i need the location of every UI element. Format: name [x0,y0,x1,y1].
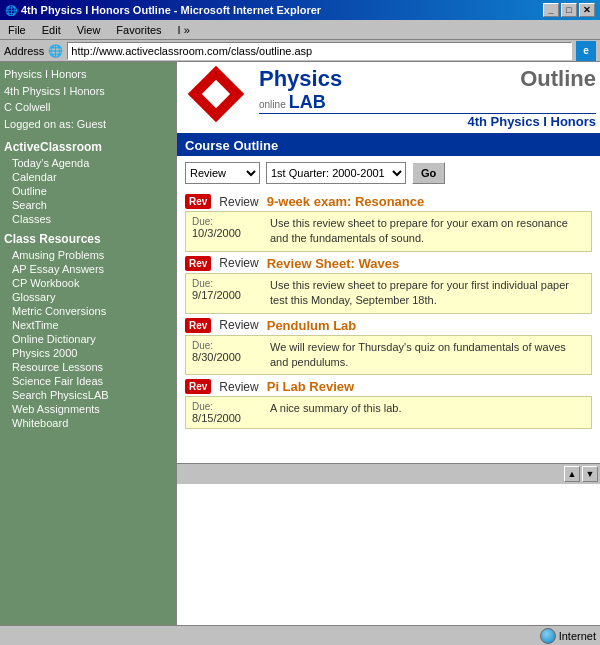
bottom-spacer [177,433,600,463]
lab-logo [181,66,251,121]
physics-lab-text: Physics online LAB [259,66,342,113]
status-bar: Internet [0,625,600,645]
sidebar-user-info: Physics I Honors 4th Physics I Honors C … [4,66,171,132]
due-label-3: Due: [192,401,262,412]
review-header-0: Rev Review 9-week exam: Resonance [185,194,592,209]
address-label: Address [4,45,44,57]
quarter-select[interactable]: 1st Quarter: 2000-20012nd Quarter: 2000-… [266,162,406,184]
sidebar: Physics I Honors 4th Physics I Honors C … [0,62,175,625]
scroll-up-button[interactable]: ▲ [564,466,580,482]
rev-badge-3: Rev [185,379,211,394]
lab-header: Physics online LAB Outline 4th Physics I… [177,62,600,135]
close-button[interactable]: ✕ [579,3,595,17]
sidebar-item-ap-essay[interactable]: AP Essay Answers [4,262,171,276]
sidebar-item-online-dictionary[interactable]: Online Dictionary [4,332,171,346]
review-type-2: Review [219,318,258,332]
scroll-buttons: ▲ ▼ [177,463,600,484]
due-section-3: Due: 8/15/2000 [192,401,262,424]
sidebar-item-search[interactable]: Search [4,198,171,212]
menu-view[interactable]: View [69,22,109,38]
review-type-1: Review [219,256,258,270]
review-header-1: Rev Review Review Sheet: Waves [185,256,592,271]
outline-label: Outline [520,66,596,92]
sidebar-item-whiteboard[interactable]: Whiteboard [4,416,171,430]
sidebar-item-nexttime[interactable]: NextTime [4,318,171,332]
review-type-0: Review [219,195,258,209]
due-date-0: 10/3/2000 [192,227,262,239]
sidebar-item-outline[interactable]: Outline [4,184,171,198]
review-title-0[interactable]: 9-week exam: Resonance [267,194,425,209]
due-label-0: Due: [192,216,262,227]
menu-file[interactable]: File [0,22,34,38]
scroll-down-button[interactable]: ▼ [582,466,598,482]
zone-label: Internet [559,630,596,642]
review-body-0: Due: 10/3/2000 Use this review sheet to … [185,211,592,252]
minimize-button[interactable]: _ [543,3,559,17]
physics-text: Physics [259,66,342,91]
menu-favorites[interactable]: Favorites [108,22,169,38]
online-text: online [259,99,286,110]
rev-badge-0: Rev [185,194,211,209]
ie-logo: e [576,41,596,61]
address-bar: Address 🌐 e [0,40,600,62]
main-container: Physics I Honors 4th Physics I Honors C … [0,62,600,625]
sidebar-item-resource-lessons[interactable]: Resource Lessons [4,360,171,374]
sidebar-item-science-fair[interactable]: Science Fair Ideas [4,374,171,388]
controls-bar: ReviewLabHomework 1st Quarter: 2000-2001… [177,156,600,190]
review-item-0: Rev Review 9-week exam: Resonance Due: 1… [185,194,592,252]
menu-bar: File Edit View Favorites I » [0,20,600,40]
review-type-select[interactable]: ReviewLabHomework [185,162,260,184]
review-item-2: Rev Review Pendulum Lab Due: 8/30/2000 W… [185,318,592,376]
review-type-3: Review [219,380,258,394]
review-header-3: Rev Review Pi Lab Review [185,379,592,394]
sidebar-item-classes[interactable]: Classes [4,212,171,226]
address-icon: 🌐 [48,44,63,58]
sidebar-item-physics2000[interactable]: Physics 2000 [4,346,171,360]
rev-badge-1: Rev [185,256,211,271]
due-section-2: Due: 8/30/2000 [192,340,262,371]
sidebar-item-calendar[interactable]: Calendar [4,170,171,184]
review-desc-0: Use this review sheet to prepare for you… [270,216,585,247]
content-area: Physics online LAB Outline 4th Physics I… [175,62,600,625]
outline-right: Outline [520,66,596,92]
sidebar-item-cp-workbook[interactable]: CP Workbook [4,276,171,290]
review-body-3: Due: 8/15/2000 A nice summary of this la… [185,396,592,429]
due-date-2: 8/30/2000 [192,351,262,363]
menu-edit[interactable]: Edit [34,22,69,38]
internet-zone: Internet [540,628,596,644]
review-title-2[interactable]: Pendulum Lab [267,318,357,333]
maximize-button[interactable]: □ [561,3,577,17]
review-title-1[interactable]: Review Sheet: Waves [267,256,399,271]
sidebar-item-amusing-problems[interactable]: Amusing Problems [4,248,171,262]
sidebar-user-line1: Physics I Honors [4,66,171,83]
sidebar-section-activeclassroom: ActiveClassroom [4,140,171,154]
sidebar-item-search-physicslab[interactable]: Search PhysicsLAB [4,388,171,402]
go-button[interactable]: Go [412,162,445,184]
review-body-2: Due: 8/30/2000 We will review for Thursd… [185,335,592,376]
review-title-3[interactable]: Pi Lab Review [267,379,354,394]
due-date-3: 8/15/2000 [192,412,262,424]
sidebar-item-glossary[interactable]: Glossary [4,290,171,304]
sidebar-item-metric-conversions[interactable]: Metric Conversions [4,304,171,318]
course-outline-bar: Course Outline [177,135,600,156]
globe-icon [540,628,556,644]
due-section-0: Due: 10/3/2000 [192,216,262,247]
address-input[interactable] [67,42,572,60]
sidebar-section-class-resources: Class Resources [4,232,171,246]
sidebar-item-todays-agenda[interactable]: Today's Agenda [4,156,171,170]
menu-more[interactable]: I » [170,22,198,38]
review-item-1: Rev Review Review Sheet: Waves Due: 9/17… [185,256,592,314]
due-label-1: Due: [192,278,262,289]
sidebar-item-web-assignments[interactable]: Web Assignments [4,402,171,416]
lab-subtitle: 4th Physics I Honors [259,113,596,129]
window-title: 4th Physics I Honors Outline - Microsoft… [21,4,321,16]
title-bar-left: 🌐 4th Physics I Honors Outline - Microso… [5,4,321,16]
due-label-2: Due: [192,340,262,351]
review-item-3: Rev Review Pi Lab Review Due: 8/15/2000 … [185,379,592,429]
title-bar-buttons[interactable]: _ □ ✕ [543,3,595,17]
review-desc-1: Use this review sheet to prepare for you… [270,278,585,309]
sidebar-user-line4: Logged on as: Guest [4,116,171,133]
reviews-container: Rev Review 9-week exam: Resonance Due: 1… [177,194,600,429]
review-header-2: Rev Review Pendulum Lab [185,318,592,333]
review-desc-2: We will review for Thursday's quiz on fu… [270,340,585,371]
